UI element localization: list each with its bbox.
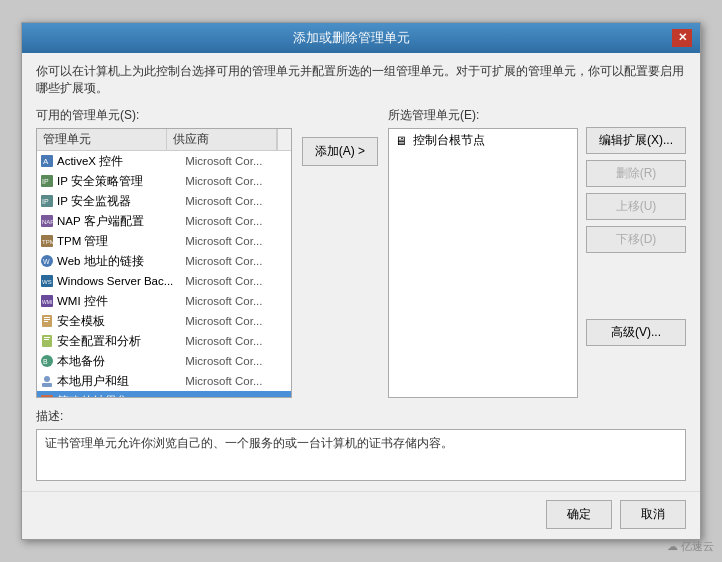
list-item-vendor: Microsoft Cor... [185, 215, 290, 227]
list-item[interactable]: IPIP 安全策略管理Microsoft Cor... [37, 171, 291, 191]
list-item-name: Web 地址的链接 [57, 254, 185, 269]
panels-row: 可用的管理单元(S): 管理单元 供应商 AActiveX 控件Microsof… [36, 107, 686, 398]
svg-point-25 [44, 376, 50, 382]
svg-rect-21 [44, 337, 50, 338]
available-label: 可用的管理单元(S): [36, 107, 292, 124]
selected-list-item[interactable]: 🖥控制台根节点 [389, 129, 577, 152]
list-item-vendor: Microsoft Cor... [185, 375, 290, 387]
dialog-footer: 确定 取消 [22, 491, 700, 539]
svg-text:IP: IP [42, 178, 49, 185]
up-button[interactable]: 上移(U) [586, 193, 686, 220]
cancel-button[interactable]: 取消 [620, 500, 686, 529]
svg-text:B: B [43, 358, 48, 365]
list-item-icon: NAP [37, 213, 57, 229]
list-item-name: 本地用户和组 [57, 374, 185, 389]
svg-rect-17 [44, 317, 50, 318]
svg-rect-19 [44, 321, 48, 322]
list-item-name: NAP 客户端配置 [57, 214, 185, 229]
list-item[interactable]: P策略的结果集Microsoft Cor... [37, 391, 291, 397]
list-item-icon [37, 313, 57, 329]
title-bar: 添加或删除管理单元 ✕ [22, 23, 700, 53]
list-item[interactable]: B本地备份Microsoft Cor... [37, 351, 291, 371]
col-name: 管理单元 [37, 129, 167, 150]
list-item-icon: B [37, 353, 57, 369]
list-item-name: WMI 控件 [57, 294, 185, 309]
list-item-vendor: Microsoft Cor... [185, 295, 290, 307]
svg-text:WMI: WMI [42, 299, 52, 305]
svg-text:NAP: NAP [42, 219, 54, 225]
list-item-vendor: Microsoft Cor... [185, 355, 290, 367]
list-item-icon: IP [37, 173, 57, 189]
col-vendor: 供应商 [167, 129, 277, 150]
list-item-icon: A [37, 153, 57, 169]
available-list-scroll[interactable]: AActiveX 控件Microsoft Cor...IPIP 安全策略管理Mi… [37, 151, 291, 397]
add-button[interactable]: 添加(A) > [302, 137, 378, 166]
desc-label: 描述: [36, 408, 686, 425]
svg-text:WS: WS [42, 279, 52, 285]
svg-rect-22 [44, 339, 49, 340]
right-panel: 所选管理单元(E): 🖥控制台根节点 [388, 107, 578, 398]
list-item-vendor: Microsoft Cor... [185, 255, 290, 267]
remove-button[interactable]: 删除(R) [586, 160, 686, 187]
list-item[interactable]: 安全模板Microsoft Cor... [37, 311, 291, 331]
selected-item-icon: 🖥 [395, 134, 407, 148]
main-dialog: 添加或删除管理单元 ✕ 你可以在计算机上为此控制台选择可用的管理单元并配置所选的… [21, 22, 701, 541]
down-button[interactable]: 下移(D) [586, 226, 686, 253]
left-panel: 可用的管理单元(S): 管理单元 供应商 AActiveX 控件Microsof… [36, 107, 292, 398]
list-item-icon: IP [37, 193, 57, 209]
list-item-name: 本地备份 [57, 354, 185, 369]
list-item-icon: TPM [37, 233, 57, 249]
list-item-icon [37, 333, 57, 349]
scrollbar-space [277, 129, 291, 150]
svg-rect-26 [42, 383, 52, 387]
list-item[interactable]: AActiveX 控件Microsoft Cor... [37, 151, 291, 171]
list-item-vendor: Microsoft Cor... [185, 315, 290, 327]
svg-rect-18 [44, 319, 50, 320]
edit-ext-button[interactable]: 编辑扩展(X)... [586, 127, 686, 154]
available-list-container: 管理单元 供应商 AActiveX 控件Microsoft Cor...IPIP… [36, 128, 292, 398]
advanced-button[interactable]: 高级(V)... [586, 319, 686, 346]
list-item-icon: WMI [37, 293, 57, 309]
watermark: ☁ 亿速云 [667, 539, 714, 554]
bottom-section: 描述: 证书管理单元允许你浏览自己的、一个服务的或一台计算机的证书存储内容。 [36, 408, 686, 481]
svg-text:W: W [43, 258, 50, 265]
list-item[interactable]: NAPNAP 客户端配置Microsoft Cor... [37, 211, 291, 231]
selected-item-name: 控制台根节点 [413, 133, 485, 148]
list-item[interactable]: WMIWMI 控件Microsoft Cor... [37, 291, 291, 311]
dialog-title: 添加或删除管理单元 [30, 29, 672, 47]
top-description: 你可以在计算机上为此控制台选择可用的管理单元并配置所选的一组管理单元。对于可扩展… [36, 63, 686, 98]
list-header: 管理单元 供应商 [37, 129, 291, 151]
list-item[interactable]: WWeb 地址的链接Microsoft Cor... [37, 251, 291, 271]
list-item-name: TPM 管理 [57, 234, 185, 249]
list-item[interactable]: IPIP 安全监视器Microsoft Cor... [37, 191, 291, 211]
selected-list[interactable]: 🖥控制台根节点 [388, 128, 578, 398]
list-item-name: 策略的结果集 [57, 394, 185, 398]
list-item-vendor: Microsoft Cor... [185, 335, 290, 347]
list-item-name: 安全配置和分析 [57, 334, 185, 349]
list-item[interactable]: WSWindows Server Bac...Microsoft Cor... [37, 271, 291, 291]
middle-panel: 添加(A) > [302, 107, 378, 166]
list-item[interactable]: TPMTPM 管理Microsoft Cor... [37, 231, 291, 251]
list-item-vendor: Microsoft Cor... [185, 235, 290, 247]
list-item[interactable]: 安全配置和分析Microsoft Cor... [37, 331, 291, 351]
dialog-content: 你可以在计算机上为此控制台选择可用的管理单元并配置所选的一组管理单元。对于可扩展… [22, 53, 700, 492]
svg-text:TPM: TPM [42, 239, 54, 245]
list-item-name: 安全模板 [57, 314, 185, 329]
list-item-name: IP 安全监视器 [57, 194, 185, 209]
right-buttons: 编辑扩展(X)... 删除(R) 上移(U) 下移(D) 高级(V)... [586, 107, 686, 346]
list-item-vendor: Microsoft Cor... [185, 275, 290, 287]
selected-label: 所选管理单元(E): [388, 107, 578, 124]
ok-button[interactable]: 确定 [546, 500, 612, 529]
list-item-vendor: Microsoft Cor... [185, 395, 290, 397]
svg-rect-27 [41, 395, 53, 397]
list-item-name: ActiveX 控件 [57, 154, 185, 169]
list-item-icon: P [37, 393, 57, 397]
svg-text:A: A [43, 157, 49, 166]
list-item-vendor: Microsoft Cor... [185, 175, 290, 187]
list-item-icon: WS [37, 273, 57, 289]
list-item-icon [37, 373, 57, 389]
svg-rect-20 [42, 335, 52, 347]
list-item[interactable]: 本地用户和组Microsoft Cor... [37, 371, 291, 391]
close-button[interactable]: ✕ [672, 29, 692, 47]
desc-box: 证书管理单元允许你浏览自己的、一个服务的或一台计算机的证书存储内容。 [36, 429, 686, 481]
